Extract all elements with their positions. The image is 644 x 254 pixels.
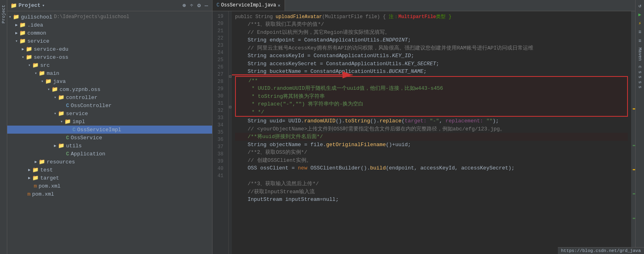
project-panel: 📁 Project ▾ ⊕ ÷ ⚙ — ▾ 📁 gulischool D:\Id… (7, 0, 213, 254)
tree-item-src[interactable]: ▾ 📁 src (7, 61, 212, 69)
fold-marker-2[interactable]: ⊡ (229, 103, 232, 111)
tree-item-impl[interactable]: ▾ 📁 impl (7, 118, 212, 126)
folder-icon: 📁 (45, 78, 52, 85)
code-line-31: String uuid= UUID.randomUUID().toString(… (235, 117, 628, 125)
code-line-21: String endpoint = ConstandApplicationUti… (235, 36, 628, 44)
maven-item-s4[interactable]: s (637, 85, 643, 89)
settings-icon[interactable]: ⚙ (196, 1, 201, 10)
tree-label-controller: controller (66, 95, 97, 101)
tree-item-application[interactable]: C Application (7, 150, 212, 158)
expand-icon: ▾ (15, 39, 18, 43)
tab-class-icon: C (217, 2, 219, 8)
expand-icon: ▾ (28, 63, 31, 68)
tree-label-java: java (53, 78, 66, 85)
expand-icon: ▾ (41, 79, 43, 84)
code-content: public String uploadFileAvatar(Multipart… (232, 11, 631, 254)
tree-label-impl: impl (72, 119, 85, 125)
tree-label-pom-oss: pom.xml (39, 183, 61, 189)
minimize-icon[interactable]: — (204, 2, 209, 10)
editor-tabs: C OssServiceImpl.java ✕ (213, 0, 635, 11)
folder-icon: 📁 (13, 14, 19, 20)
maven-run-btn[interactable]: ▶ (636, 10, 644, 19)
tree-item-java[interactable]: ▾ 📁 java (7, 77, 212, 85)
tree-item-ossserviceimpl[interactable]: C OssServiceImpl (7, 126, 212, 134)
tree-item-idea[interactable]: ▶ 📁 .idea (7, 21, 212, 29)
panel-title-text: Project (19, 2, 41, 8)
folder-icon: 📁 (52, 86, 58, 93)
tree-item-service-oss[interactable]: ▾ 📁 service-oss (7, 53, 212, 61)
code-line-24: String accessKeySecret = ConstandApplica… (235, 60, 628, 68)
tree-item-service-edu[interactable]: ▶ 📁 service-edu (7, 45, 212, 53)
line-numbers-gutter: 19 20 21 22 23 24 25 26 27 28 29 30 31 3… (213, 11, 229, 254)
tree-item-service-folder[interactable]: ▾ 📁 service (7, 109, 212, 118)
code-line-23: String accessKeyId = ConstandApplication… (235, 52, 628, 60)
class-icon: C (66, 103, 69, 109)
tree-label-ossservice: OssService (71, 135, 102, 141)
scroll-marker-1 (633, 108, 635, 109)
code-line-40: //获取InputStream输入流 (235, 188, 628, 196)
tree-item-main[interactable]: ▾ 📁 main (7, 69, 212, 77)
tree-item-utils[interactable]: ▶ 📁 utils (7, 142, 212, 150)
expand-icon: ▶ (35, 159, 37, 164)
editor-area: C OssServiceImpl.java ✕ 19 20 21 22 23 2… (213, 0, 635, 254)
maven-item-c[interactable]: c (637, 65, 643, 69)
maven-item-s1[interactable]: s (637, 70, 643, 74)
folder-icon: 📁 (19, 38, 26, 44)
tree-label-osscontroller: OssController (71, 103, 111, 109)
project-tab-label: Project (1, 5, 6, 23)
tree-item-target[interactable]: ▶ 📁 target (7, 174, 212, 182)
tree-item-package[interactable]: ▾ 📁 com.yzpnb.oss (7, 85, 212, 93)
scrollbar-area[interactable] (631, 11, 635, 254)
code-line-36: // 创建OSSClient实例。 (235, 157, 628, 165)
tree-label-gulischool: gulischool (21, 14, 52, 20)
maven-list-btn[interactable]: ≡ (636, 28, 644, 36)
expand-icon: ▶ (54, 143, 56, 148)
tree-label-service-oss: service-oss (34, 54, 68, 60)
tree-label-service-edu: service-edu (34, 46, 68, 52)
expand-icon: ▾ (60, 119, 63, 124)
maven-refresh-btn[interactable]: ↺ (636, 2, 644, 10)
tree-label-package: com.yzpnb.oss (60, 87, 100, 93)
code-line-29: * replace("-","") 将字符串中的-换为空白 (236, 100, 627, 108)
expand-icon: ▾ (54, 95, 56, 100)
tree-item-ossservice[interactable]: C OssService (7, 134, 212, 142)
chevron-down-icon[interactable]: ▾ (42, 3, 45, 8)
locate-icon[interactable]: ⊕ (182, 1, 186, 10)
tree-item-test[interactable]: ▶ 📁 test (7, 166, 212, 174)
folder-icon: 📁 (58, 110, 64, 117)
tree-item-gulischool[interactable]: ▾ 📁 gulischool D:\IdeaProjects\gulischoo… (7, 13, 212, 21)
tree-item-service[interactable]: ▾ 📁 service (7, 37, 212, 45)
tree-container: ▾ 📁 gulischool D:\IdeaProjects\gulischoo… (7, 11, 212, 254)
tree-label-utils: utils (66, 143, 82, 149)
expand-icon: ▶ (15, 23, 18, 27)
code-line-34: String objectName = file.getOriginalFile… (235, 141, 628, 149)
tree-item-osscontroller[interactable]: C OssController (7, 101, 212, 109)
tree-label-test: test (40, 167, 53, 173)
code-line-35: /**2、获取OSS的实例*/ (235, 149, 628, 157)
maven-lightning-btn[interactable]: ⚡ (636, 19, 644, 27)
tree-item-common[interactable]: ▶ 📁 common (7, 29, 212, 37)
class-icon: C (72, 127, 76, 133)
scroll-marker-3 (633, 169, 635, 170)
maven-list2-btn[interactable]: ≡ (636, 37, 644, 45)
code-line-22: // 阿里云主账号AccessKey拥有所有API的访问权限，风险很高。强烈建议… (235, 44, 628, 52)
fold-marker[interactable]: ⊡ (229, 72, 232, 80)
tree-path-gulischool: D:\IdeaProjects\gulischool (54, 14, 129, 20)
maven-sidebar: ↺ ▶ ⚡ ≡ ≡ Maven c s s s s (635, 0, 644, 254)
tree-item-resources[interactable]: ▶ 📁 resources (7, 158, 212, 166)
code-line-41: InputStream inputStream=null; (235, 196, 628, 204)
folder-icon: 📁 (19, 30, 26, 36)
status-url: https://blog.csdn.net/grd_java (561, 248, 641, 253)
code-line-39: /**3、获取输入流然后上传*/ (235, 180, 628, 188)
tab-close-button[interactable]: ✕ (278, 3, 281, 8)
maven-item-s3[interactable]: s (637, 80, 643, 85)
split-icon[interactable]: ÷ (189, 2, 194, 10)
tree-item-pom-oss[interactable]: m pom.xml (7, 182, 212, 190)
editor-tab-active[interactable]: C OssServiceImpl.java ✕ (213, 0, 285, 11)
tree-item-pom-root[interactable]: m pom.xml (7, 190, 212, 198)
maven-label[interactable]: Maven (638, 47, 642, 61)
interface-icon: C (66, 135, 69, 141)
maven-item-s2[interactable]: s (637, 75, 643, 79)
tree-item-controller[interactable]: ▾ 📁 controller (7, 93, 212, 101)
vertical-project-tab[interactable]: Project (0, 0, 7, 254)
